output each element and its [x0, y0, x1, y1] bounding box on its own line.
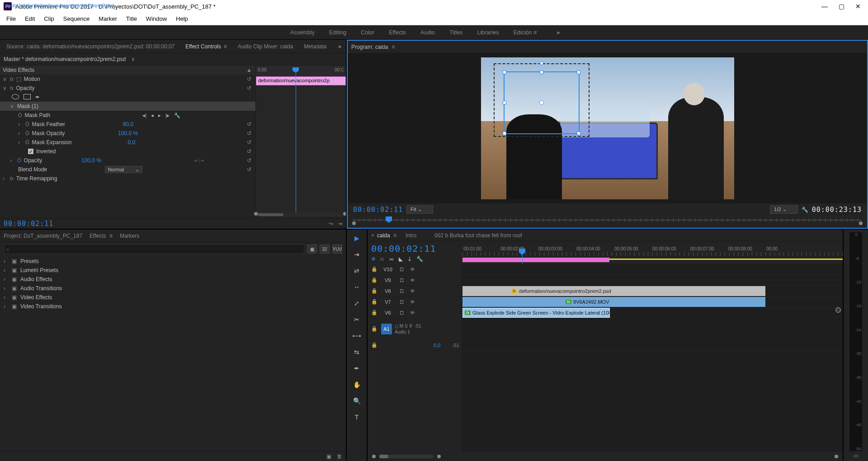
timeline-ruler[interactable]: :00:01:00 00:00:02:00 00:00:03:00 00:00:…	[462, 241, 843, 264]
mask-1[interactable]: ∨ Mask (1)	[0, 102, 255, 111]
minimize-icon[interactable]: —	[821, 3, 828, 10]
scrub-zoom-handle[interactable]	[859, 221, 863, 225]
mask-feather-value[interactable]: 80,0	[123, 121, 133, 127]
mask-handle[interactable]	[503, 101, 506, 104]
program-viewport[interactable]	[348, 53, 867, 203]
mask-handle[interactable]	[503, 132, 506, 135]
clip-end-marker-icon[interactable]: o	[835, 307, 841, 313]
zoom-tool-icon[interactable]: 🔍	[351, 395, 363, 407]
work-area-bar[interactable]	[462, 258, 609, 262]
trash-icon[interactable]: 🗑	[337, 453, 342, 460]
mask-inverted[interactable]: ✓ Inverted ↺	[0, 147, 255, 156]
zoom-fit-select[interactable]: Fit ⌄	[406, 205, 433, 214]
mask-ellipse-icon[interactable]	[12, 94, 19, 99]
linked-selection-icon[interactable]: ⫘	[389, 256, 394, 262]
clip-v8[interactable]: fxdeformation/nuevacompointro2prem2.psd	[462, 286, 765, 296]
ec-clip-bar[interactable]: deformation/nuevacompointro2p	[256, 76, 346, 85]
hand-tool-icon[interactable]: ✋	[351, 379, 363, 390]
folder-audio-effects[interactable]: ›▣Audio Effects	[0, 275, 346, 284]
folder-video-transitions[interactable]: ›▣Video Transitions	[0, 302, 346, 311]
track-header-v6[interactable]: 🔒V6◻👁	[368, 307, 462, 318]
mask-expansion-value[interactable]: 0,0	[127, 139, 135, 146]
rate-stretch-tool-icon[interactable]: ⤢	[351, 297, 363, 309]
effects-search-input[interactable]	[4, 244, 304, 254]
folder-video-effects[interactable]: ›▣Video Effects	[0, 293, 346, 302]
reset-icon[interactable]: ↺	[245, 166, 253, 173]
menu-help[interactable]: Help	[171, 14, 193, 24]
workspace-menu-icon[interactable]: ≡	[533, 29, 537, 36]
zoom-out-handle[interactable]	[372, 455, 376, 458]
mask-opacity-value[interactable]: 100,0 %	[118, 130, 138, 136]
mask-path[interactable]: Ő Mask Path ◂| ◂ ▸ |▸ 🔧	[0, 111, 255, 120]
panel-menu-icon[interactable]: ≡	[393, 232, 396, 239]
settings-wrench-icon[interactable]: 🔧	[416, 256, 423, 262]
track-header-v8[interactable]: 🔒V8◻👁	[368, 286, 462, 296]
sequence-tab-intro[interactable]: Intro	[406, 232, 416, 239]
insert-overwrite-icon[interactable]: ⤓	[407, 256, 412, 262]
track-header-v10[interactable]: 🔒V10◻👁	[368, 264, 462, 275]
panel-menu-icon[interactable]: ≡	[392, 44, 395, 50]
snap-icon[interactable]: ❄	[371, 256, 376, 262]
keyframe-nav[interactable]: ◂ ◇ ▸	[194, 158, 204, 163]
tab-markers[interactable]: Markers	[120, 233, 139, 239]
mask-step-fwd-icon[interactable]: |▸	[165, 113, 170, 118]
tabs-overflow-icon[interactable]: »	[335, 43, 344, 50]
mask-center-handle[interactable]	[539, 100, 544, 105]
ec-timecode[interactable]: 00:00:02:11	[4, 220, 53, 228]
mask-opacity[interactable]: ›Ő Mask Opacity 100,0 % ↺	[0, 129, 255, 138]
workspace-color[interactable]: Color	[361, 29, 374, 36]
slip-tool-icon[interactable]: ⟷	[351, 330, 363, 342]
mask-rect-icon[interactable]	[24, 94, 31, 99]
ec-master-label[interactable]: Master * deformation/nuevacompointro2pre…	[4, 56, 126, 62]
effect-motion[interactable]: ∨fx⬚ Motion ↺	[0, 75, 255, 84]
tab-effects[interactable]: Effects ≡	[90, 233, 113, 239]
workspace-assembly[interactable]: Assembly	[290, 29, 315, 36]
track-header-a1[interactable]: 🔒 A1 ◻ M S 🎙 -51 Audio 1	[368, 318, 462, 340]
zoom-handle-end[interactable]	[835, 455, 838, 458]
magnet-icon[interactable]: ∩	[380, 256, 384, 262]
tab-effect-controls[interactable]: Effect Controls≡	[181, 41, 231, 52]
workspace-audio[interactable]: Audio	[420, 29, 435, 36]
new-bin-icon[interactable]: ▣	[326, 453, 331, 460]
mask-step-back-icon[interactable]: ◂	[151, 113, 154, 118]
slide-tool-icon[interactable]: ⇆	[351, 346, 363, 358]
scrub-zoom-handle[interactable]	[352, 221, 356, 225]
timeline-timecode[interactable]: 00:00:02:11	[371, 243, 459, 254]
tab-source[interactable]: Source: caida: deformation/nuevacompoint…	[2, 41, 179, 52]
reset-icon[interactable]: ↺	[245, 157, 253, 164]
blend-mode-select[interactable]: Normal ⌄	[105, 166, 142, 173]
mask-handle[interactable]	[540, 71, 543, 74]
pen-tool-icon[interactable]: ✒	[351, 362, 363, 374]
ec-overwrite-icon[interactable]: ⇥	[338, 221, 342, 227]
program-scrub-bar[interactable]	[353, 216, 862, 225]
workspace-active[interactable]: Edición ≡	[513, 29, 537, 36]
timeline-playhead[interactable]	[522, 249, 525, 255]
menu-marker[interactable]: Marker	[94, 14, 121, 24]
panel-menu-icon[interactable]: ≡	[109, 233, 113, 239]
clip-v6[interactable]: fxGlass Explode Side Green Screen - Vidr…	[462, 308, 610, 318]
ripple-edit-tool-icon[interactable]: ⇄	[351, 265, 363, 277]
tab-project[interactable]: Project: DoT_assembly_PC_187	[4, 233, 82, 239]
folder-audio-transitions[interactable]: ›▣Audio Transitions	[0, 284, 346, 293]
resolution-select[interactable]: 1/2 ⌄	[770, 205, 797, 214]
ec-playhead[interactable]	[296, 67, 299, 212]
mask-pen-icon[interactable]: ✒	[35, 94, 40, 100]
selection-tool-icon[interactable]: ▶	[351, 232, 363, 244]
menu-window[interactable]: Window	[142, 14, 171, 24]
folder-lumetri[interactable]: ›▣Lumetri Presets	[0, 266, 346, 275]
timeline-hscroll[interactable]	[379, 455, 434, 458]
blend-mode[interactable]: Blend Mode Normal ⌄ ↺	[0, 165, 255, 174]
effect-time-remapping[interactable]: ›fx Time Remapping	[0, 174, 255, 183]
menu-file[interactable]: File	[2, 14, 20, 24]
mask-bounds[interactable]	[504, 71, 580, 134]
reset-icon[interactable]: ↺	[245, 139, 253, 146]
reset-icon[interactable]: ↺	[245, 76, 253, 82]
workspace-libraries[interactable]: Libraries	[477, 29, 499, 36]
mask-track-back-icon[interactable]: ◂|	[142, 113, 146, 118]
reset-icon[interactable]: ↺	[245, 121, 253, 127]
track-select-tool-icon[interactable]: ⇥	[351, 249, 363, 260]
menu-title[interactable]: Title	[122, 14, 142, 24]
reset-icon[interactable]: ↺	[245, 148, 253, 155]
workspace-overflow-icon[interactable]: »	[557, 29, 560, 36]
mask-expansion[interactable]: ›Ő Mask Expansion 0,0 ↺	[0, 138, 255, 147]
